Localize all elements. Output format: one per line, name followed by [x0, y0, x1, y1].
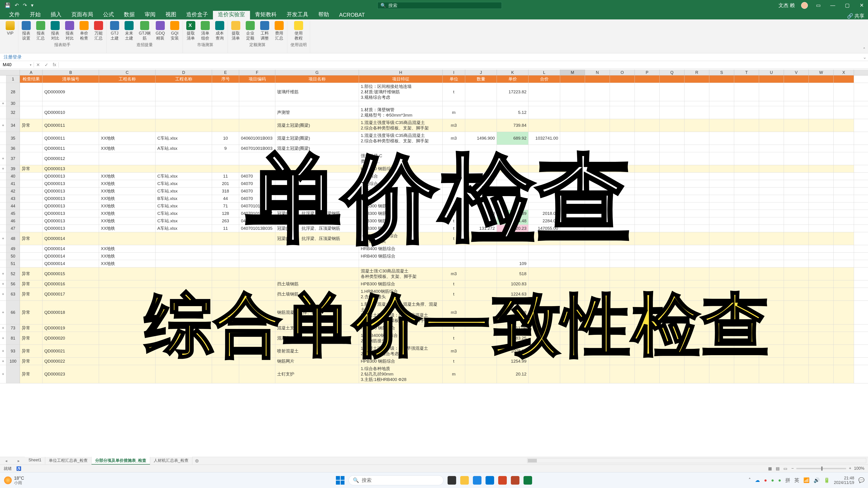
cell[interactable]: 钢筋综合 [359, 188, 442, 195]
cell[interactable]: 序号 [212, 75, 239, 83]
cell[interactable]: QD000013 [42, 202, 99, 210]
cell[interactable] [684, 358, 709, 365]
outline-toggle[interactable]: + [0, 358, 6, 365]
select-all-corner[interactable] [0, 70, 20, 75]
cell[interactable] [635, 332, 659, 345]
cell[interactable] [834, 195, 854, 202]
cell[interactable]: QD000013 [42, 217, 99, 225]
cell[interactable]: XX地铁 [99, 202, 156, 210]
cell[interactable]: m3 [442, 267, 465, 280]
cell[interactable] [585, 202, 610, 210]
cell[interactable] [239, 324, 275, 332]
cell[interactable] [635, 180, 659, 187]
ribbon-button-2-2[interactable]: GTJ钢 筋 [139, 21, 151, 41]
col-header-C[interactable]: C [99, 70, 156, 75]
cell[interactable] [734, 281, 759, 288]
ribbon-button-0-0[interactable]: VIP [5, 21, 15, 36]
cell[interactable] [610, 165, 635, 172]
cell[interactable] [585, 324, 610, 332]
cell[interactable]: 钢筋综合 [359, 173, 442, 180]
cell[interactable]: 1011.06 [497, 324, 528, 332]
cell[interactable] [465, 267, 497, 280]
sheet-tab-1[interactable]: 单位工程汇总表_检查 [45, 457, 92, 465]
cell[interactable]: 11 [212, 225, 239, 232]
cell[interactable] [610, 260, 635, 267]
cell[interactable] [709, 101, 734, 106]
user-avatar-icon[interactable] [801, 2, 808, 9]
cell[interactable]: 冠梁(圈梁)、抗浮梁、压顶梁钢筋 [275, 210, 359, 217]
cell[interactable] [99, 281, 156, 288]
cell[interactable] [659, 332, 684, 345]
cell[interactable]: t [442, 83, 465, 101]
ribbon-tab-8[interactable]: 造价盒子 [181, 9, 213, 20]
cell[interactable] [759, 145, 784, 152]
cell[interactable] [560, 145, 585, 152]
cell[interactable] [465, 101, 497, 106]
cell[interactable]: QD000015 [42, 267, 99, 280]
col-header-N[interactable]: N [585, 70, 610, 75]
cell[interactable] [734, 365, 759, 383]
cell[interactable]: XX地铁 [99, 132, 156, 144]
cell[interactable] [585, 345, 610, 357]
cell[interactable]: 喷射混凝土 [275, 345, 359, 357]
cell[interactable] [635, 260, 659, 267]
cell[interactable] [585, 106, 610, 119]
cell[interactable] [809, 260, 834, 267]
ribbon-button-3-2[interactable]: 成本 查询 [215, 21, 224, 41]
cell[interactable] [99, 267, 156, 280]
ribbon-tab-13[interactable]: ACROBAT [334, 10, 370, 20]
cell[interactable]: QD000011 [42, 132, 99, 144]
row-header[interactable]: 93 [6, 345, 20, 357]
cell[interactable] [834, 225, 854, 232]
cell[interactable] [560, 188, 585, 195]
cell[interactable] [734, 188, 759, 195]
cell[interactable] [784, 165, 809, 172]
cell[interactable] [560, 332, 585, 345]
cell[interactable]: 异常 [20, 267, 42, 280]
cell[interactable] [585, 173, 610, 180]
cell[interactable]: 异常 [20, 281, 42, 288]
cell[interactable]: 挡土墙钢筋 [275, 288, 359, 300]
cell[interactable]: 异常 [20, 332, 42, 345]
cell[interactable] [465, 145, 497, 152]
outline-toggle[interactable]: + [0, 101, 6, 106]
cell[interactable] [809, 202, 834, 210]
cell[interactable]: QD000010 [42, 106, 99, 119]
row-header[interactable]: 37 [6, 152, 20, 165]
cell[interactable] [212, 232, 239, 245]
cell[interactable] [239, 165, 275, 172]
cell[interactable] [610, 180, 635, 187]
cell[interactable] [635, 165, 659, 172]
cell[interactable] [465, 345, 497, 357]
cell[interactable] [275, 195, 359, 202]
cell[interactable]: 项目特征 [359, 75, 442, 83]
cell[interactable] [99, 345, 156, 357]
cell[interactable] [585, 152, 610, 165]
cell[interactable] [560, 101, 585, 106]
cell[interactable] [709, 332, 734, 345]
cell[interactable] [239, 358, 275, 365]
cell[interactable] [659, 188, 684, 195]
ribbon-button-1-2[interactable]: 报表 对比 [51, 21, 60, 41]
cell[interactable]: QD000023 [42, 365, 99, 383]
row-header[interactable]: 50 [6, 253, 20, 260]
cell[interactable] [275, 152, 359, 165]
cell[interactable] [809, 245, 834, 252]
cell[interactable]: 9 [212, 145, 239, 152]
sheet-nav-last-icon[interactable]: ▸ [18, 458, 20, 463]
row-header[interactable]: 48 [6, 232, 20, 245]
cell[interactable] [610, 365, 635, 383]
cell[interactable]: 混凝土强:C30商品混凝土 各种类型模板、支架、脚手架 [359, 267, 442, 280]
cell[interactable] [528, 301, 560, 324]
cell[interactable] [465, 365, 497, 383]
cell[interactable] [585, 281, 610, 288]
col-header-L[interactable]: L [528, 70, 560, 75]
cell[interactable] [684, 132, 709, 144]
cell[interactable] [709, 245, 734, 252]
cell[interactable] [560, 288, 585, 300]
cell[interactable]: HRB400 钢筋综合 [359, 253, 442, 260]
fx-icon[interactable]: fx [53, 62, 57, 68]
cell[interactable] [610, 145, 635, 152]
cell[interactable] [809, 195, 834, 202]
cell[interactable]: 钢筋混凝土支撑、腰梁 [275, 301, 359, 324]
